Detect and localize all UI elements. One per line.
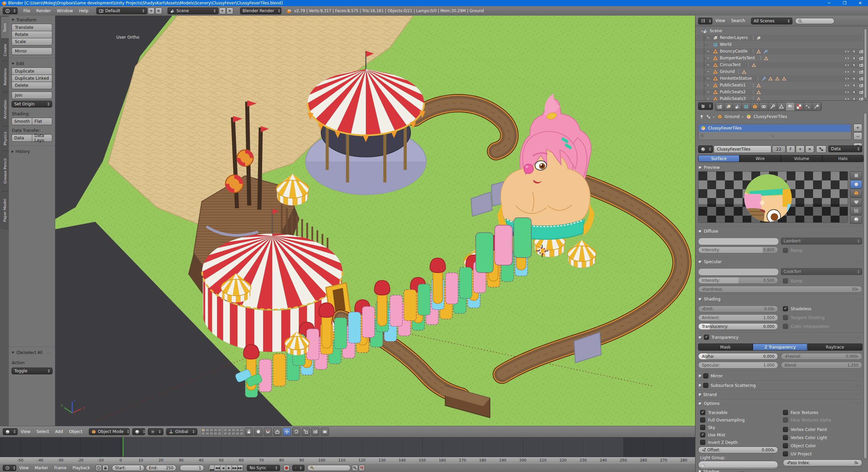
layer-cell[interactable] xyxy=(218,432,221,435)
shelf-tab-relations[interactable]: Relations xyxy=(1,61,9,92)
outliner-row-renderlayers[interactable]: +RenderLayers| xyxy=(695,35,862,41)
checkbox-fulloversampling[interactable]: Full Oversampling xyxy=(700,417,745,422)
layers-widget[interactable] xyxy=(201,429,243,435)
restrict-camera-icon[interactable] xyxy=(859,70,864,74)
outliner-search-input[interactable] xyxy=(795,18,834,24)
restrict-eye-icon[interactable] xyxy=(845,97,849,100)
outliner-row-honkettestatue[interactable]: +HonketteStatue| xyxy=(695,75,862,82)
menu-render[interactable]: Render xyxy=(33,6,54,16)
restrict-cursor-icon[interactable] xyxy=(852,83,856,88)
checkbox-box[interactable]: ✓ xyxy=(700,432,705,437)
checkbox-shadeless[interactable]: ✓Shadeless xyxy=(783,306,811,311)
restrict-eye-icon[interactable] xyxy=(845,63,849,67)
viewport-shading-selector[interactable] xyxy=(132,428,145,435)
tool-button-scale[interactable]: Scale xyxy=(12,38,52,45)
material-browse-button[interactable] xyxy=(698,145,713,153)
context-tab-object-data[interactable] xyxy=(777,102,786,111)
material-nodes-icon[interactable] xyxy=(706,115,711,119)
shelf-tab-grease-pencil[interactable]: Grease Pencil xyxy=(1,151,9,191)
next-keyframe-button[interactable]: ▶▶ xyxy=(232,465,238,471)
manipulator-scale-button[interactable] xyxy=(302,428,310,436)
restore-button[interactable]: ❐ xyxy=(837,0,852,6)
layer-cell[interactable] xyxy=(205,432,209,435)
panel-header-transform[interactable]: Transform:::: xyxy=(9,16,55,24)
checkbox-facetextures[interactable]: Face Textures xyxy=(783,410,818,415)
shelf-tab-create[interactable]: Create xyxy=(1,39,9,61)
layer-cell[interactable] xyxy=(210,429,213,432)
jump-to-start-button[interactable]: |◀◀ xyxy=(209,465,215,471)
checkbox-box[interactable]: ✓ xyxy=(700,410,705,415)
menu-file[interactable]: File xyxy=(20,6,33,16)
context-tab-material[interactable] xyxy=(786,102,795,111)
timeline-ruler[interactable]: -50-40-30-20-100102030405060708090100110… xyxy=(0,457,695,464)
breadcrumb-material[interactable]: ClussyFeverTiles xyxy=(753,114,787,119)
layer-cell[interactable] xyxy=(214,429,217,432)
delete-screen-button[interactable]: ✕ xyxy=(155,7,162,14)
menu-view[interactable]: View xyxy=(18,427,33,436)
checkbox-uvproject[interactable]: UV Project xyxy=(783,451,812,456)
restrict-camera-icon[interactable] xyxy=(859,83,864,88)
layer-cell[interactable] xyxy=(232,429,235,432)
restrict-eye-icon[interactable] xyxy=(845,83,849,88)
layer-cell[interactable] xyxy=(201,429,205,432)
dropdown-data[interactable]: Data xyxy=(828,145,862,152)
expand-toggle[interactable]: + xyxy=(706,77,710,81)
context-tab-render[interactable] xyxy=(715,102,724,111)
breadcrumb-object[interactable]: Ground xyxy=(725,114,739,119)
layer-cell[interactable] xyxy=(205,429,209,432)
slider-alpha[interactable]: Alpha:0.000 xyxy=(698,353,778,360)
snap-button[interactable] xyxy=(264,428,272,436)
add-screen-button[interactable]: + xyxy=(148,7,155,14)
jump-to-end-button[interactable]: ▶▶| xyxy=(238,465,243,471)
section-checkbox[interactable] xyxy=(703,383,708,388)
add-scene-button[interactable]: + xyxy=(219,7,226,14)
expand-toggle[interactable]: + xyxy=(706,63,710,67)
restrict-camera-icon[interactable] xyxy=(859,97,864,100)
layer-cell[interactable] xyxy=(201,432,205,435)
outliner-row-publicseats2[interactable]: +PublicSeats2| xyxy=(695,89,862,96)
insert-keyframe-button[interactable] xyxy=(352,465,358,471)
section-checkbox[interactable] xyxy=(703,373,708,378)
restrict-camera-icon[interactable] xyxy=(859,56,864,61)
editor-type-selector[interactable] xyxy=(698,102,713,110)
editor-type-selector[interactable] xyxy=(3,7,18,14)
tool-button-duplicate-linked[interactable]: Duplicate Linked xyxy=(12,75,52,82)
expand-toggle[interactable]: + xyxy=(706,91,710,94)
viewport-3d[interactable]: User Ortho (1) Ground x y z xyxy=(55,16,695,426)
restrict-camera-icon[interactable] xyxy=(859,49,864,54)
checkbox-box[interactable] xyxy=(700,417,705,422)
restrict-camera-icon[interactable] xyxy=(859,63,864,67)
minimize-button[interactable]: ─ xyxy=(821,0,837,6)
section-header-preview[interactable]: Preview:::: xyxy=(699,165,862,170)
play-reverse-button[interactable]: ◀ xyxy=(220,465,226,471)
lock-time-button[interactable] xyxy=(102,465,108,471)
layer-cell[interactable] xyxy=(218,429,221,432)
context-tab-world[interactable] xyxy=(742,102,751,111)
data-transfer-button-data[interactable]: Data xyxy=(12,134,32,142)
expand-toggle[interactable]: + xyxy=(706,70,710,74)
expand-toggle[interactable]: + xyxy=(706,50,710,54)
shelf-tab-physics[interactable]: Physics xyxy=(1,126,9,151)
slider-passindex[interactable]: ◂Pass Index:0▸ xyxy=(783,459,862,466)
expand-toggle[interactable]: + xyxy=(706,36,710,40)
layer-cell[interactable] xyxy=(228,429,231,432)
restrict-cursor-icon[interactable] xyxy=(852,90,856,95)
context-tab-constraints[interactable] xyxy=(760,102,768,111)
scene-lock-button[interactable] xyxy=(245,428,253,436)
editor-type-selector[interactable] xyxy=(3,428,18,435)
mode-selector[interactable]: Object Mode xyxy=(89,428,130,435)
menu-view[interactable]: View xyxy=(712,16,728,25)
checkbox-box[interactable] xyxy=(783,443,788,448)
pivot-point-selector[interactable] xyxy=(148,428,163,435)
section-header-mirror[interactable]: Mirror:::: xyxy=(699,373,862,378)
preview-mode-sphere[interactable] xyxy=(850,180,862,189)
restrict-eye-icon[interactable] xyxy=(845,56,849,61)
expand-toggle[interactable]: + xyxy=(706,84,710,87)
layer-cell[interactable] xyxy=(236,432,239,435)
transparency-mode-z-transparency[interactable]: Z Transparency xyxy=(753,343,807,351)
outliner-row-scene[interactable]: −Scene xyxy=(695,28,862,35)
start-frame-field[interactable]: Start:1 xyxy=(112,465,144,471)
checkbox-objectcolor[interactable]: Object Color xyxy=(783,443,816,448)
tool-button-duplicate[interactable]: Duplicate xyxy=(12,67,52,75)
layer-cell[interactable] xyxy=(240,429,243,432)
